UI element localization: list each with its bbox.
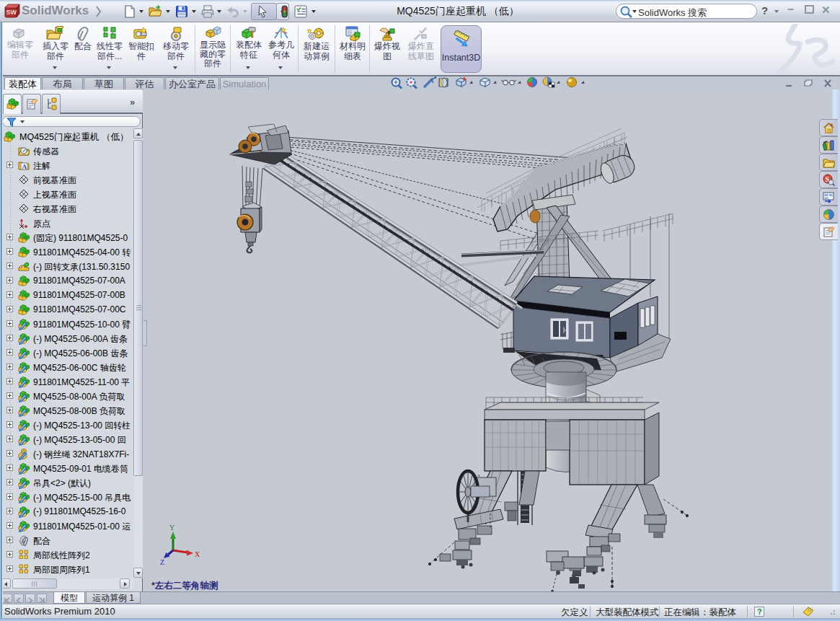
svg-text:X: X bbox=[195, 550, 200, 558]
svg-text:?: ? bbox=[757, 607, 762, 616]
svg-text:Z: Z bbox=[160, 558, 164, 566]
svg-text:SW: SW bbox=[6, 9, 17, 16]
svg-text:Y: Y bbox=[169, 524, 174, 532]
